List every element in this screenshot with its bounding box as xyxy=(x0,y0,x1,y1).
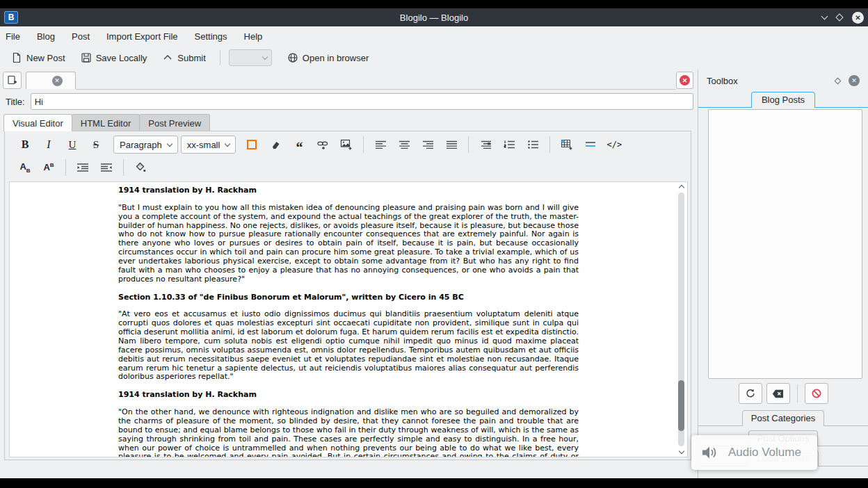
format-toolbar-row2: AB AB xyxy=(5,155,691,180)
align-justify-button[interactable] xyxy=(441,135,462,154)
clear-icon xyxy=(772,389,784,398)
cancel-fetch-button[interactable] xyxy=(805,383,828,404)
blog-posts-list[interactable] xyxy=(708,109,862,379)
menu-import-export-file[interactable]: Import Export File xyxy=(106,31,178,42)
titlebar[interactable]: B Blogilo — Blogilo ✕ xyxy=(0,8,868,26)
italic-button[interactable]: I xyxy=(38,135,59,154)
insert-link-button[interactable] xyxy=(312,135,333,154)
text-color-icon xyxy=(247,140,257,149)
scrollbar-track[interactable] xyxy=(678,193,684,446)
format-separator xyxy=(65,159,66,176)
refresh-icon xyxy=(745,388,756,399)
close-current-tab-button[interactable]: ✕ xyxy=(676,72,693,89)
scroll-up-icon[interactable] xyxy=(678,185,684,190)
text-color-button[interactable] xyxy=(241,135,262,154)
strikethrough-button[interactable]: S xyxy=(86,135,106,154)
align-left-icon xyxy=(375,140,387,149)
title-input[interactable] xyxy=(31,93,693,110)
paragraph-style-select[interactable]: Paragraph xyxy=(113,136,178,154)
align-right-button[interactable] xyxy=(417,135,438,154)
doc-heading: 1914 translation by H. Rackham xyxy=(118,391,579,400)
clear-list-button[interactable] xyxy=(766,383,790,404)
minimize-icon[interactable] xyxy=(821,13,828,19)
open-in-browser-button[interactable]: Open in browser xyxy=(282,49,374,66)
tab-post-categories[interactable]: Post Categories xyxy=(742,410,825,426)
remove-format-button[interactable] xyxy=(265,135,286,154)
bold-button[interactable]: B xyxy=(15,135,35,154)
tabbar-spacer xyxy=(76,72,676,90)
new-tab-icon xyxy=(7,75,17,86)
menu-settings[interactable]: Settings xyxy=(195,31,227,42)
insert-image-button[interactable] xyxy=(336,135,357,154)
decrease-indent-button[interactable] xyxy=(96,158,117,177)
tab-close-icon[interactable]: ✕ xyxy=(52,76,63,86)
format-separator xyxy=(123,159,124,176)
superscript-button[interactable]: AB xyxy=(38,158,59,177)
menu-blog[interactable]: Blog xyxy=(37,31,55,42)
tab-visual-editor[interactable]: Visual Editor xyxy=(3,114,72,131)
title-label: Title: xyxy=(6,97,25,107)
unordered-list-button[interactable] xyxy=(522,135,543,154)
insert-image-icon xyxy=(340,139,353,150)
title-row: Title: xyxy=(6,92,693,111)
align-right-icon xyxy=(422,140,434,149)
horizontal-rule-icon xyxy=(584,140,597,149)
editor-viewport[interactable]: 1914 translation by H. Rackham "But I mu… xyxy=(9,181,688,457)
tab-blog-posts[interactable]: Blog Posts xyxy=(751,92,815,108)
insert-table-icon xyxy=(561,139,573,150)
globe-icon xyxy=(287,52,298,63)
horizontal-rule-button[interactable] xyxy=(580,135,601,154)
ordered-list-button[interactable] xyxy=(499,135,520,154)
scroll-down-icon[interactable] xyxy=(678,448,684,454)
decrease-indent-icon xyxy=(100,163,113,172)
toolbox-title: Toolbox xyxy=(707,76,738,86)
post-tabbar: ✕ ✕ xyxy=(3,72,693,90)
doc-paragraph: "On the other hand, we denounce with rig… xyxy=(118,408,579,457)
post-tab[interactable]: ✕ xyxy=(26,72,76,89)
increase-indent-button[interactable] xyxy=(72,158,93,177)
paint-bucket-icon xyxy=(134,162,147,173)
underline-button[interactable]: U xyxy=(62,135,83,154)
vertical-scrollbar[interactable] xyxy=(676,183,686,456)
align-left-button[interactable] xyxy=(370,135,391,154)
doc-heading: 1914 translation by H. Rackham xyxy=(118,186,579,195)
doc-paragraph: "At vero eos et accusamus et iusto odio … xyxy=(118,310,579,382)
menu-post[interactable]: Post xyxy=(72,31,90,42)
reload-posts-button[interactable] xyxy=(739,383,762,404)
insert-table-button[interactable] xyxy=(556,135,577,154)
toolbox-buttons xyxy=(698,381,868,406)
save-locally-button[interactable]: Save Locally xyxy=(75,49,153,66)
maximize-icon[interactable] xyxy=(835,13,843,21)
subscript-button[interactable]: AB xyxy=(15,158,35,177)
tab-html-editor[interactable]: HTML Editor xyxy=(72,114,140,131)
new-post-button[interactable]: New Post xyxy=(6,49,71,66)
align-center-icon xyxy=(399,140,410,149)
submit-button[interactable]: Submit xyxy=(156,50,211,66)
block-icon xyxy=(811,388,822,399)
align-center-button[interactable] xyxy=(394,135,415,154)
format-toolbar-row1: B I U S Paragraph xx-small xyxy=(5,131,691,158)
format-separator xyxy=(363,136,364,153)
blog-selector-dropdown[interactable] xyxy=(229,49,272,66)
toolbox-close-icon[interactable]: ✕ xyxy=(849,75,860,86)
window-title: Blogilo — Blogilo xyxy=(0,13,868,23)
insert-link-icon xyxy=(316,140,329,150)
align-justify-icon xyxy=(446,140,458,149)
close-icon[interactable]: ✕ xyxy=(852,12,864,24)
tab-post-preview[interactable]: Post Preview xyxy=(139,114,210,131)
html-code-button[interactable]: </> xyxy=(604,135,625,154)
doc-paragraph: "But I must explain to you how all this … xyxy=(118,204,579,284)
new-tab-button[interactable] xyxy=(3,72,22,89)
menu-help[interactable]: Help xyxy=(244,31,263,42)
text-direction-button[interactable] xyxy=(475,135,496,154)
blockquote-button[interactable]: “ xyxy=(289,135,310,154)
background-color-button[interactable] xyxy=(130,158,151,177)
menu-file[interactable]: File xyxy=(6,31,20,42)
menubar: File Blog Post Import Export File Settin… xyxy=(0,26,868,46)
document-body[interactable]: 1914 translation by H. Rackham "But I mu… xyxy=(10,181,676,457)
toolbox-float-icon[interactable] xyxy=(835,77,842,84)
font-size-select[interactable]: xx-small xyxy=(181,136,236,154)
unordered-list-icon xyxy=(527,140,539,149)
visual-editor-frame: B I U S Paragraph xx-small xyxy=(4,131,691,460)
scrollbar-thumb[interactable] xyxy=(678,380,684,431)
